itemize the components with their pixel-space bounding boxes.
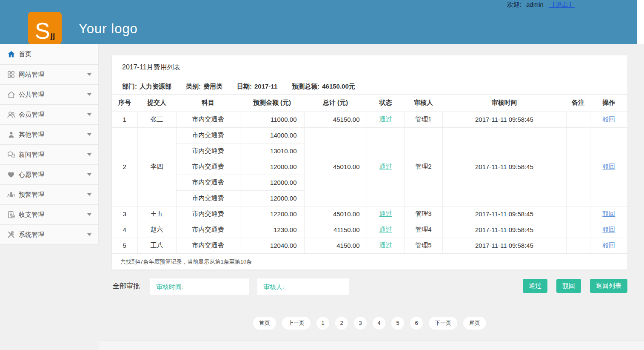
- tools-icon: [6, 230, 16, 239]
- sidebar-item-label: 其他管理: [19, 131, 44, 139]
- sidebar-item-site-management[interactable]: 网站管理: [0, 65, 98, 85]
- pagination-page-4[interactable]: 4: [373, 317, 385, 330]
- chat-icon: [6, 150, 16, 159]
- status-pass-link[interactable]: 通过: [379, 226, 392, 233]
- reject-link[interactable]: 驳回: [602, 241, 615, 249]
- page-title: 2017-11月费用列表: [112, 55, 627, 79]
- meta-value: 46150.00元: [322, 83, 355, 90]
- back-to-list-button[interactable]: 返回列表: [590, 279, 627, 293]
- status-pass-link[interactable]: 通过: [379, 163, 392, 170]
- column-header: 提交人: [137, 95, 176, 112]
- meta-item: 部门:人力资源部: [122, 83, 171, 91]
- user-icon: [6, 130, 16, 139]
- sidebar-item-label: 首页: [19, 50, 31, 58]
- expense-table: 序号提交人科目预测金额 (元)总计 (元)状态审核人审核时间备注操作 1张三市内…: [112, 95, 627, 253]
- logo-letter: S: [35, 20, 50, 42]
- remark-cell: [566, 112, 590, 127]
- subject-cell: 市内交通费: [176, 222, 240, 238]
- table-row: 2李四市内交通费14000.0045010.00通过管理22017-11-11 …: [112, 127, 627, 143]
- logo-text: Your logo: [79, 21, 138, 37]
- table-row: 5王八市内交通费12040.004150.00通过管理52017-11-11 0…: [112, 238, 627, 253]
- sidebar-item-member-management[interactable]: 会员管理: [0, 105, 98, 125]
- sidebar-item-wish-management[interactable]: 心愿管理: [0, 165, 98, 185]
- status-cell: 通过: [367, 127, 405, 206]
- forecast-amount-cell: 12040.00: [240, 238, 304, 253]
- welcome-bar: 欢迎: admin 【退出】: [507, 1, 575, 9]
- pagination-page-5[interactable]: 5: [391, 317, 404, 330]
- audit-time-input[interactable]: [150, 278, 249, 295]
- sidebar-item-finance-management[interactable]: 收支管理: [0, 205, 98, 225]
- column-header: 预测金额 (元): [240, 95, 304, 112]
- sidebar-item-label: 心愿管理: [19, 171, 44, 179]
- forecast-amount-cell: 12000.00: [240, 159, 304, 175]
- total-cell: 45150.00: [304, 112, 367, 127]
- forecast-amount-cell: 11000.00: [240, 112, 304, 127]
- table-row: 3王五市内交通费12200.0045010.00通过管理32017-11-11 …: [112, 206, 627, 222]
- column-header: 科目: [176, 95, 240, 112]
- subject-cell: 市内交通费: [176, 175, 240, 190]
- pagination-next[interactable]: 下一页: [429, 317, 457, 330]
- row-number-cell: 5: [112, 238, 137, 253]
- auditor-cell: 管理4: [405, 222, 442, 238]
- action-cell: 驳回: [590, 206, 627, 222]
- table-row: 1张三市内交通费11000.0045150.00通过管理12017-11-11 …: [112, 112, 627, 127]
- status-pass-link[interactable]: 通过: [379, 115, 392, 123]
- sidebar-item-warning-management[interactable]: 预警管理: [0, 185, 98, 205]
- batch-approval-bar: 全部审批 通过 驳回 返回列表: [112, 278, 627, 295]
- batch-buttons: 通过 驳回 返回列表: [523, 279, 627, 293]
- row-number-cell: 4: [112, 222, 137, 238]
- action-cell: 驳回: [590, 222, 627, 238]
- subject-cell: 市内交通费: [176, 238, 240, 253]
- pagination-page-1[interactable]: 1: [316, 317, 329, 330]
- sidebar-item-other-management[interactable]: 其他管理: [0, 125, 98, 145]
- row-number-cell: 2: [112, 127, 137, 206]
- chevron-down-icon: [87, 133, 91, 136]
- approve-button[interactable]: 通过: [523, 279, 547, 293]
- total-cell: 4150.00: [304, 238, 367, 253]
- heart-icon: [6, 170, 16, 179]
- forecast-amount-cell: 12000.00: [240, 190, 304, 206]
- pagination-page-2[interactable]: 2: [335, 317, 348, 330]
- pagination-prev[interactable]: 上一页: [282, 317, 311, 330]
- reject-button[interactable]: 驳回: [556, 279, 581, 293]
- auditor-input[interactable]: [257, 278, 349, 295]
- reject-link[interactable]: 驳回: [602, 210, 615, 217]
- sidebar-item-label: 网站管理: [19, 71, 44, 79]
- sidebar-item-label: 系统管理: [19, 231, 44, 239]
- status-pass-link[interactable]: 通过: [379, 241, 392, 249]
- auditor-cell: 管理3: [405, 206, 442, 222]
- sidebar-item-label: 会员管理: [19, 111, 44, 119]
- reject-link[interactable]: 驳回: [602, 115, 615, 123]
- pagination-last[interactable]: 尾页: [463, 317, 486, 330]
- sidebar-item-news-management[interactable]: 新闻管理: [0, 145, 98, 165]
- chevron-down-icon: [87, 213, 91, 216]
- pagination-page-6[interactable]: 6: [410, 317, 423, 330]
- batch-approval-label: 全部审批: [113, 282, 140, 291]
- meta-value: 费用类: [203, 83, 222, 90]
- forecast-amount-cell: 14000.00: [240, 127, 304, 143]
- submitter-cell: 李四: [137, 127, 176, 206]
- status-cell: 通过: [367, 238, 405, 253]
- table-row: 4赵六市内交通费1230.0041150.00通过管理42017-11-11 0…: [112, 222, 627, 238]
- total-cell: 45010.00: [304, 127, 367, 206]
- column-header: 备注: [566, 95, 590, 112]
- sidebar-item-home[interactable]: 首页: [0, 44, 98, 65]
- chevron-down-icon: [87, 233, 91, 236]
- table-header-row: 序号提交人科目预测金额 (元)总计 (元)状态审核人审核时间备注操作: [112, 95, 627, 112]
- sidebar-item-label: 收支管理: [19, 211, 44, 219]
- sidebar-item-public-management[interactable]: 公共管理: [0, 85, 98, 105]
- reject-link[interactable]: 驳回: [602, 163, 615, 170]
- pagination-page-3[interactable]: 3: [354, 317, 367, 330]
- pagination-first[interactable]: 首页: [253, 317, 276, 330]
- reject-link[interactable]: 驳回: [602, 226, 615, 233]
- chevron-down-icon: [87, 173, 91, 176]
- pagination: 首页上一页123456下一页尾页: [112, 317, 627, 330]
- sidebar-item-system-management[interactable]: 系统管理: [0, 225, 98, 245]
- submitter-cell: 王五: [137, 206, 176, 222]
- submitter-cell: 张三: [137, 112, 176, 127]
- meta-item: 类别:费用类: [186, 83, 222, 91]
- forecast-amount-cell: 12000.00: [240, 175, 304, 190]
- subject-cell: 市内交通费: [176, 112, 240, 127]
- status-pass-link[interactable]: 通过: [379, 210, 392, 217]
- logout-link[interactable]: 【退出】: [549, 1, 575, 8]
